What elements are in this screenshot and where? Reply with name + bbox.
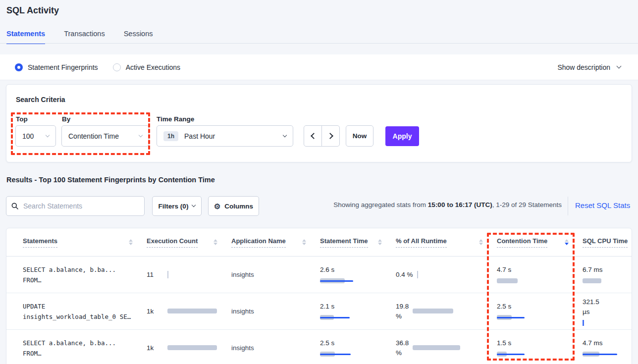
search-statements-box: [6, 196, 145, 216]
statement-cell[interactable]: UPDATE insights_workload_table_0 SE…: [23, 301, 147, 322]
results-heading: Results - Top 100 Statement Fingerprints…: [6, 176, 215, 184]
value-bar: [413, 308, 453, 314]
show-description-label: Show description: [557, 63, 610, 71]
top-select-value: 100: [22, 132, 34, 140]
radio-label: Statement Fingerprints: [28, 63, 98, 71]
cell-value: 1k: [147, 307, 163, 316]
statement-cell[interactable]: SELECT a.balance, b.ba... FROM…: [23, 338, 147, 359]
value-bar: [167, 271, 168, 278]
sort-icon: [479, 239, 483, 246]
value-bar: [417, 271, 418, 278]
time-range-label: Time Range: [157, 115, 194, 123]
tab-statements[interactable]: Statements: [6, 30, 45, 44]
column-header-contention-time[interactable]: Contention Time: [497, 237, 583, 248]
contention-time-cell: 1.5 s: [497, 338, 583, 358]
sql-cpu-time-cell: 4.7 ms: [583, 338, 632, 358]
column-header-sql-cpu-time[interactable]: SQL CPU Time: [583, 237, 632, 248]
radio-label: Active Executions: [126, 63, 181, 71]
pct-runtime-cell: 36.8 %: [396, 338, 497, 358]
execution-count-cell: 1k: [147, 343, 231, 353]
table-row[interactable]: UPDATE insights_workload_table_0 SE… 1k …: [6, 293, 632, 330]
apply-button[interactable]: Apply: [385, 126, 419, 146]
filters-label: Filters (0): [159, 203, 189, 210]
statements-table: Statements Execution Count Application N…: [6, 228, 632, 364]
value-bar: [167, 308, 217, 314]
chevron-down-icon: [617, 64, 622, 69]
pct-runtime-cell: 0.4 %: [396, 270, 497, 280]
columns-label: Columns: [224, 203, 253, 210]
value-bar: [583, 320, 584, 326]
show-description-toggle[interactable]: Show description: [557, 63, 621, 71]
sort-icon: [302, 239, 306, 246]
statement-fingerprint-link[interactable]: SELECT a.balance, b.ba... FROM…: [23, 338, 147, 359]
vertical-divider: [568, 197, 568, 215]
table-header-row: Statements Execution Count Application N…: [6, 228, 632, 257]
cell-value: 36.8 %: [396, 338, 409, 358]
time-range-value: Past Hour: [184, 132, 215, 140]
sort-icon-active-desc: [565, 239, 569, 246]
now-button[interactable]: Now: [346, 125, 373, 147]
time-range-next-button[interactable]: [321, 125, 340, 147]
cell-value: 2.6 s: [320, 265, 396, 275]
cell-value: 11: [147, 270, 163, 280]
radio-unselected-icon: [113, 63, 121, 71]
cell-value: 2.1 s: [320, 302, 396, 312]
cell-value: 0.4 %: [396, 270, 413, 280]
search-icon: [11, 203, 18, 209]
statement-cell[interactable]: SELECT a.balance, b.ba... FROM…: [23, 264, 147, 285]
cell-value: 6.7 ms: [583, 265, 632, 275]
application-name-cell: insights: [231, 308, 320, 315]
time-range-select[interactable]: 1h Past Hour: [157, 125, 293, 147]
statement-fingerprint-link[interactable]: SELECT a.balance, b.ba... FROM…: [23, 264, 147, 285]
execution-count-cell: 1k: [147, 307, 231, 316]
cell-value: 19.8 %: [396, 302, 409, 321]
radio-active-executions[interactable]: Active Executions: [113, 63, 181, 71]
by-select[interactable]: Contention Time: [61, 125, 149, 147]
sql-cpu-time-cell: 6.7 ms: [583, 265, 632, 284]
application-name-cell: insights: [231, 344, 320, 352]
column-header-application-name[interactable]: Application Name: [231, 237, 320, 248]
chevron-down-icon: [283, 133, 287, 137]
sort-icon: [378, 239, 382, 246]
aggregated-stats-text: Showing aggregated stats from 15:00 to 1…: [333, 201, 562, 208]
contention-time-cell: 4.7 s: [497, 265, 583, 284]
pct-runtime-cell: 19.8 %: [396, 302, 497, 321]
search-criteria-card: Search Criteria Top 100 By Contention Ti…: [6, 84, 632, 162]
radio-statement-fingerprints[interactable]: Statement Fingerprints: [15, 63, 98, 71]
value-bar: [583, 351, 617, 358]
execution-count-cell: 11: [147, 270, 231, 280]
columns-button[interactable]: ⚙ Columns: [208, 196, 259, 216]
by-select-value: Contention Time: [68, 132, 119, 140]
statement-time-cell: 2.6 s: [320, 265, 396, 284]
chevron-left-icon: [311, 133, 317, 139]
time-range-badge: 1h: [163, 131, 178, 141]
chevron-down-icon: [139, 133, 143, 137]
cell-value: 4.7 s: [497, 265, 583, 275]
statement-time-cell: 2.5 s: [320, 338, 396, 358]
tab-bar-divider: [0, 43, 638, 44]
by-label: By: [62, 115, 70, 123]
statement-fingerprint-link[interactable]: UPDATE insights_workload_table_0 SE…: [23, 301, 147, 322]
value-bar: [320, 278, 353, 284]
contention-time-cell: 2.5 s: [497, 302, 583, 321]
filters-button[interactable]: Filters (0): [152, 196, 202, 216]
tab-transactions[interactable]: Transactions: [64, 30, 105, 44]
tab-bar: Statements Transactions Sessions: [6, 30, 153, 44]
search-statements-input[interactable]: [22, 202, 139, 210]
column-header-statements[interactable]: Statements: [23, 237, 147, 248]
value-bar: [497, 278, 518, 284]
column-header-statement-time[interactable]: Statement Time: [320, 237, 396, 248]
reset-sql-stats-link[interactable]: Reset SQL Stats: [575, 201, 630, 209]
time-range-prev-button[interactable]: [304, 125, 322, 147]
column-header-execution-count[interactable]: Execution Count: [147, 237, 231, 248]
table-row[interactable]: SELECT a.balance, b.ba... FROM… 1k insig…: [6, 330, 632, 364]
cell-value: 1.5 s: [497, 338, 583, 348]
value-bar: [497, 314, 525, 321]
statement-time-cell: 2.1 s: [320, 302, 396, 321]
top-select[interactable]: 100: [15, 125, 56, 147]
chevron-down-icon: [192, 203, 196, 207]
column-header-pct-runtime[interactable]: % of All Runtime: [396, 237, 497, 248]
table-row[interactable]: SELECT a.balance, b.ba... FROM… 11 insig…: [6, 257, 632, 293]
cell-value: 4.7 ms: [583, 338, 632, 348]
tab-sessions[interactable]: Sessions: [124, 30, 153, 44]
